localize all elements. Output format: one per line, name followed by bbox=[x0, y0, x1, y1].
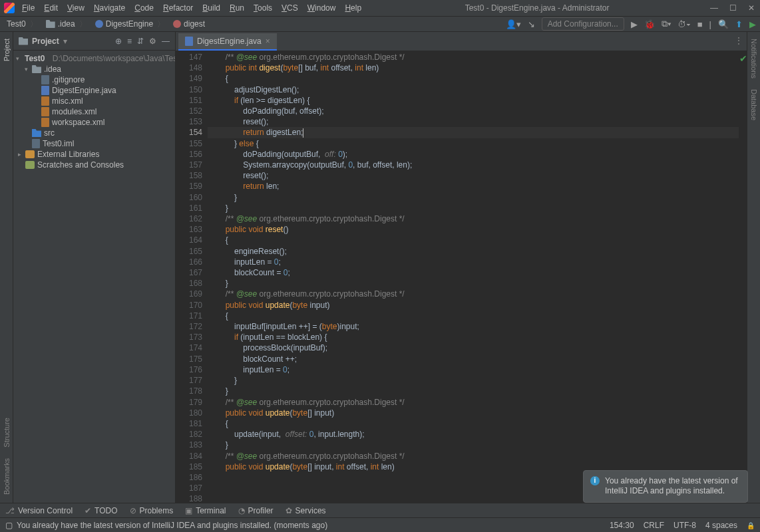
code-line[interactable]: public int digest(byte[] buf, int offset… bbox=[208, 63, 739, 73]
code-line[interactable]: } bbox=[208, 375, 739, 386]
code-line[interactable]: blockCount ++; bbox=[208, 354, 739, 364]
collapse-all-icon[interactable]: ⇵ bbox=[137, 37, 144, 46]
user-icon[interactable]: 👤▾ bbox=[506, 19, 521, 29]
tree-file-gitignore[interactable]: .gitignore bbox=[13, 74, 175, 85]
tree-file-workspace[interactable]: workspace.xml bbox=[13, 117, 175, 128]
dropdown-icon[interactable]: ▾ bbox=[63, 37, 67, 46]
code-line[interactable]: inputLen = 0; bbox=[208, 257, 739, 267]
menu-code[interactable]: Code bbox=[131, 2, 157, 14]
notification-balloon[interactable]: i You already have the latest version of… bbox=[583, 470, 748, 503]
menu-build[interactable]: Build bbox=[199, 2, 224, 14]
select-opened-icon[interactable]: ⊕ bbox=[115, 37, 122, 46]
tool-structure-tab[interactable]: Structure bbox=[3, 415, 11, 450]
code-line[interactable]: } bbox=[208, 386, 739, 396]
minimize-button[interactable]: — bbox=[709, 3, 719, 13]
code-line[interactable]: doPadding(buf, offset); bbox=[208, 106, 739, 116]
code-line[interactable]: /** @see org.ethereum.crypto.cryptohash.… bbox=[208, 213, 739, 224]
tree-file-misc[interactable]: misc.xml bbox=[13, 96, 175, 106]
tool-bookmarks-tab[interactable]: Bookmarks bbox=[3, 456, 11, 497]
code-line[interactable]: adjustDigestLen(); bbox=[208, 84, 739, 95]
code-line[interactable]: } bbox=[208, 440, 739, 450]
readonly-lock-icon[interactable] bbox=[747, 521, 755, 530]
code-line[interactable]: /** @see org.ethereum.crypto.cryptohash.… bbox=[208, 52, 739, 63]
menu-run[interactable]: Run bbox=[226, 2, 248, 14]
indent-info[interactable]: 4 spaces bbox=[705, 521, 737, 530]
menu-navigate[interactable]: Navigate bbox=[91, 2, 128, 14]
coverage-icon[interactable]: ⧉▾ bbox=[662, 19, 671, 29]
error-stripe[interactable]: ✔ bbox=[739, 51, 747, 503]
tool-notifications-tab[interactable]: Notifications bbox=[750, 36, 758, 81]
tool-database-tab[interactable]: Database bbox=[750, 86, 758, 123]
tool-todo[interactable]: ✔TODO bbox=[85, 506, 117, 515]
crumb-folder[interactable]: .idea〉 bbox=[43, 19, 91, 30]
code-line[interactable]: doPadding(outputBuf, off: 0); bbox=[208, 149, 739, 160]
code-content[interactable]: /** @see org.ethereum.crypto.cryptohash.… bbox=[208, 51, 739, 503]
code-line[interactable]: return digestLen; bbox=[208, 127, 739, 138]
code-line[interactable]: System.arraycopy(outputBuf, 0, buf, offs… bbox=[208, 160, 739, 170]
code-line[interactable]: { bbox=[208, 311, 739, 321]
file-encoding[interactable]: UTF-8 bbox=[673, 521, 696, 530]
code-line[interactable]: inputBuf[inputLen ++] = (byte)input; bbox=[208, 321, 739, 332]
menu-file[interactable]: File bbox=[19, 2, 38, 14]
project-tree[interactable]: ▾ Test0 D:\Documents\workspace\Java\Test… bbox=[13, 51, 175, 503]
caret-position[interactable]: 154:30 bbox=[610, 521, 634, 530]
menu-vcs[interactable]: VCS bbox=[278, 2, 301, 14]
tree-file-digestengine[interactable]: DigestEngine.java bbox=[13, 85, 175, 96]
code-line[interactable]: { bbox=[208, 235, 739, 245]
status-icon[interactable]: ▢ bbox=[5, 521, 13, 530]
code-line[interactable]: } bbox=[208, 278, 739, 289]
code-line[interactable]: if (len >= digestLen) { bbox=[208, 95, 739, 106]
code-line[interactable]: public void reset() bbox=[208, 224, 739, 235]
search-everywhere-icon[interactable]: 🔍 bbox=[718, 19, 729, 29]
tool-project-tab[interactable]: Project bbox=[3, 36, 11, 64]
menu-help[interactable]: Help bbox=[341, 2, 365, 14]
code-line[interactable]: public void update(byte input) bbox=[208, 300, 739, 311]
code-line[interactable]: reset(); bbox=[208, 170, 739, 181]
settings-icon[interactable] bbox=[149, 37, 156, 46]
menu-refactor[interactable]: Refactor bbox=[160, 2, 196, 14]
code-line[interactable]: inputLen = 0; bbox=[208, 364, 739, 375]
code-line[interactable]: update(input, offset: 0, input.length); bbox=[208, 429, 739, 440]
tree-ext-libraries[interactable]: ▸ External Libraries bbox=[13, 149, 175, 160]
menu-view[interactable]: View bbox=[64, 2, 88, 14]
updates-icon[interactable]: ⬆ bbox=[735, 19, 743, 29]
code-line[interactable]: public void update(byte[] input) bbox=[208, 408, 739, 418]
tree-idea-folder[interactable]: ▾ .idea bbox=[13, 64, 175, 74]
menu-tools[interactable]: Tools bbox=[250, 2, 276, 14]
line-separator[interactable]: CRLF bbox=[644, 521, 664, 530]
tree-file-modules[interactable]: modules.xml bbox=[13, 106, 175, 117]
add-configuration-button[interactable]: Add Configuration... bbox=[542, 17, 624, 31]
hide-icon[interactable]: — bbox=[162, 37, 170, 46]
close-tab-icon[interactable]: × bbox=[266, 37, 270, 46]
editor-tab-active[interactable]: DigestEngine.java × bbox=[178, 33, 277, 51]
code-line[interactable]: engineReset(); bbox=[208, 246, 739, 257]
code-line[interactable]: reset(); bbox=[208, 116, 739, 127]
tab-options-icon[interactable]: ⋮ bbox=[735, 36, 743, 45]
code-editor[interactable]: 1471481491501511521531541551561571581591… bbox=[176, 51, 747, 503]
code-line[interactable]: blockCount = 0; bbox=[208, 267, 739, 278]
tree-root[interactable]: ▾ Test0 D:\Documents\workspace\Java\Test… bbox=[13, 53, 175, 64]
tree-iml-file[interactable]: Test0.iml bbox=[13, 138, 175, 149]
run-icon[interactable]: ▶ bbox=[631, 19, 638, 29]
code-line[interactable]: if (inputLen == blockLen) { bbox=[208, 332, 739, 342]
code-line[interactable]: /** @see org.ethereum.crypto.cryptohash.… bbox=[208, 451, 739, 462]
code-line[interactable]: { bbox=[208, 73, 739, 84]
code-line[interactable]: } bbox=[208, 192, 739, 203]
crumb-method[interactable]: digest bbox=[170, 19, 208, 29]
tool-problems[interactable]: ⊘Problems bbox=[130, 506, 174, 515]
expand-all-icon[interactable]: ≡ bbox=[127, 37, 132, 46]
crumb-project[interactable]: Test0〉 bbox=[4, 19, 42, 30]
ide-settings-icon[interactable]: ▶ bbox=[749, 19, 756, 29]
tool-profiler[interactable]: ◔Profiler bbox=[238, 506, 274, 515]
stop-icon[interactable]: ■ bbox=[697, 19, 703, 29]
tree-src-folder[interactable]: src bbox=[13, 128, 175, 138]
tool-version-control[interactable]: ⎇Version Control bbox=[5, 506, 73, 515]
profile-icon[interactable]: ⏱▾ bbox=[677, 19, 691, 29]
code-line[interactable]: } bbox=[208, 203, 739, 213]
menu-window[interactable]: Window bbox=[304, 2, 339, 14]
code-line[interactable]: processBlock(inputBuf); bbox=[208, 342, 739, 353]
code-line[interactable]: /** @see org.ethereum.crypto.cryptohash.… bbox=[208, 289, 739, 299]
menu-edit[interactable]: Edit bbox=[41, 2, 61, 14]
code-line[interactable]: { bbox=[208, 418, 739, 429]
tree-scratches[interactable]: Scratches and Consoles bbox=[13, 160, 175, 170]
